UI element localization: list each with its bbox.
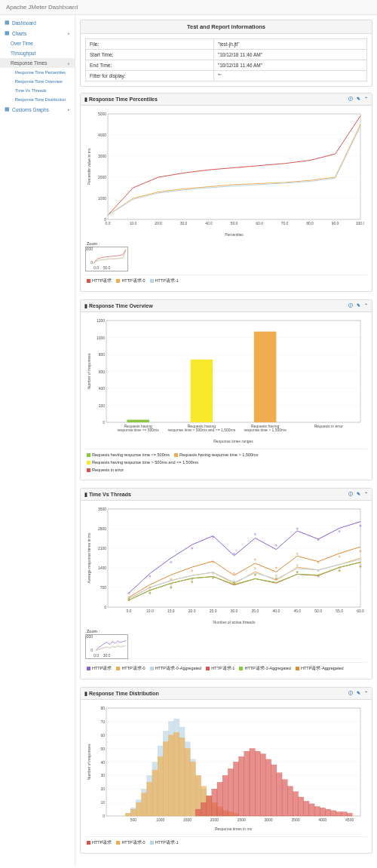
info-icon[interactable]: ⓘ xyxy=(348,96,353,103)
svg-text:40.0: 40.0 xyxy=(272,609,280,613)
svg-rect-23 xyxy=(108,114,360,219)
svg-point-92 xyxy=(317,539,319,541)
percentiles-chart: 0100020003000400050000.010.020.030.040.0… xyxy=(85,110,364,238)
svg-text:80.0: 80.0 xyxy=(306,221,314,225)
svg-text:3000: 3000 xyxy=(265,817,273,822)
svg-point-134 xyxy=(192,581,193,583)
info-val: "10/12/18 11:46 AM" xyxy=(213,60,366,71)
panel-overview: ▮ Response Time Overview ⓘ ✎ ⌃ 020040060… xyxy=(80,299,372,480)
threads-zoom-chart: 0.030.040000 xyxy=(86,635,127,658)
sidebar-item[interactable]: Time Vs Threads xyxy=(0,86,75,95)
svg-text:1000: 1000 xyxy=(156,817,164,822)
svg-point-148 xyxy=(234,572,235,574)
area-chart-icon: ▦ xyxy=(5,106,10,112)
svg-text:4500: 4500 xyxy=(345,817,354,822)
svg-point-135 xyxy=(213,577,214,578)
svg-text:0: 0 xyxy=(104,605,106,609)
distribution-chart: 0102030405060708050010001500200025003000… xyxy=(85,704,364,833)
svg-text:Average response times in ms: Average response times in ms xyxy=(87,532,91,584)
threads-chart: 070014002100280035005.010.015.020.025.03… xyxy=(85,505,364,626)
svg-text:4000: 4000 xyxy=(318,817,326,822)
svg-point-152 xyxy=(317,562,319,563)
svg-point-146 xyxy=(192,570,193,572)
svg-text:70: 70 xyxy=(100,719,105,724)
svg-text:100.0: 100.0 xyxy=(356,221,364,225)
svg-rect-232 xyxy=(212,789,217,816)
info-icon[interactable]: ⓘ xyxy=(348,491,353,498)
edit-icon[interactable]: ✎ xyxy=(357,96,360,103)
svg-point-112 xyxy=(234,580,235,581)
info-table: File:"test-jh.jtl"Start Time:"10/12/18 1… xyxy=(85,38,367,81)
collapse-icon[interactable]: ⌃ xyxy=(364,302,368,309)
svg-point-132 xyxy=(149,592,151,593)
svg-text:response time > 500ms and <= 1: response time > 500ms and <= 1,500ms xyxy=(168,428,236,432)
svg-rect-213 xyxy=(152,770,158,816)
svg-point-111 xyxy=(213,572,214,574)
info-icon[interactable]: ⓘ xyxy=(348,302,353,309)
svg-text:600: 600 xyxy=(99,370,106,374)
svg-text:Requests in error: Requests in error xyxy=(314,424,344,428)
sidebar-item[interactable]: Throughput xyxy=(0,48,75,58)
sidebar-item[interactable]: ▦Customs Graphs▸ xyxy=(0,104,75,115)
svg-rect-244 xyxy=(277,773,282,816)
svg-rect-252 xyxy=(320,808,325,816)
svg-text:30.0: 30.0 xyxy=(180,221,188,225)
sidebar-item[interactable]: ▦Dashboard xyxy=(0,17,75,28)
bar-chart-icon: ▮ xyxy=(84,691,87,697)
svg-text:55.0: 55.0 xyxy=(336,609,343,613)
svg-text:70.0: 70.0 xyxy=(281,221,289,225)
svg-rect-242 xyxy=(266,759,271,816)
panel-threads: ▮ Time Vs Threads ⓘ ✎ ⌃ 0700140021002800… xyxy=(80,488,372,679)
svg-text:1400: 1400 xyxy=(98,566,106,570)
swatch xyxy=(150,279,154,283)
svg-rect-254 xyxy=(331,811,336,816)
sidebar-item[interactable]: Response Time Overview xyxy=(0,77,75,86)
svg-rect-248 xyxy=(299,797,304,816)
svg-text:20: 20 xyxy=(100,787,105,791)
svg-rect-214 xyxy=(158,756,163,816)
sidebar-item[interactable]: Over Time xyxy=(0,38,75,48)
panel-title: Time Vs Threads xyxy=(89,492,131,497)
panel-title: Response Time Distribution xyxy=(89,691,159,696)
sidebar-item[interactable]: ▦Charts▸ xyxy=(0,28,75,38)
svg-point-113 xyxy=(254,569,256,570)
svg-text:4000: 4000 xyxy=(86,635,93,639)
legend: HTTP请求 HTTP请求-0 HTTP请求-0-Aggregated HTTP… xyxy=(85,662,367,674)
svg-text:3500: 3500 xyxy=(98,507,106,511)
svg-text:15.0: 15.0 xyxy=(167,609,175,613)
svg-text:5000: 5000 xyxy=(86,247,93,251)
info-val: "" xyxy=(213,71,366,81)
info-icon[interactable]: ⓘ xyxy=(348,690,353,697)
svg-rect-219 xyxy=(185,749,190,816)
svg-point-114 xyxy=(275,574,277,575)
sidebar-item[interactable]: Response Time Distribution xyxy=(0,95,75,104)
svg-text:400: 400 xyxy=(99,386,106,391)
svg-rect-247 xyxy=(293,792,298,816)
svg-text:20.0: 20.0 xyxy=(155,221,162,225)
svg-rect-246 xyxy=(287,787,293,816)
svg-rect-209 xyxy=(130,809,136,816)
svg-point-84 xyxy=(149,575,151,577)
info-key: Filter for display: xyxy=(86,71,214,81)
svg-text:Number of responses: Number of responses xyxy=(87,353,91,389)
collapse-icon[interactable]: ⌃ xyxy=(364,96,368,103)
svg-text:1000: 1000 xyxy=(97,336,105,340)
edit-icon[interactable]: ✎ xyxy=(357,491,360,498)
svg-rect-238 xyxy=(244,751,250,816)
collapse-icon[interactable]: ⌃ xyxy=(364,491,368,498)
collapse-icon[interactable]: ⌃ xyxy=(364,690,368,697)
svg-text:2800: 2800 xyxy=(98,526,106,531)
svg-rect-211 xyxy=(142,793,147,816)
svg-text:Number of responses: Number of responses xyxy=(87,744,91,780)
svg-text:Percentiles: Percentiles xyxy=(225,232,244,237)
svg-text:50.0: 50.0 xyxy=(231,221,238,225)
edit-icon[interactable]: ✎ xyxy=(357,690,360,697)
svg-text:1500: 1500 xyxy=(183,817,192,822)
svg-text:2000: 2000 xyxy=(98,175,106,179)
svg-rect-233 xyxy=(217,782,222,816)
sidebar-item[interactable]: Response Time Percentiles xyxy=(0,68,75,77)
svg-point-137 xyxy=(254,574,256,575)
edit-icon[interactable]: ✎ xyxy=(357,302,360,309)
sidebar-item[interactable]: Response Times▸ xyxy=(0,58,75,68)
info-key: Start Time: xyxy=(86,50,214,60)
